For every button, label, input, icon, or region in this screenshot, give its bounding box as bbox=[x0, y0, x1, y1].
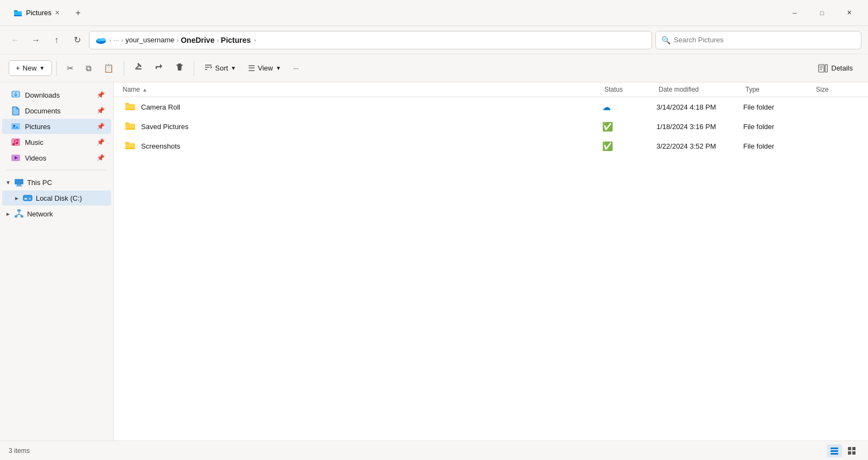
svg-point-2 bbox=[100, 38, 106, 41]
svg-rect-28 bbox=[15, 215, 17, 218]
sidebar-videos-pin: 📌 bbox=[97, 154, 105, 162]
tab[interactable]: Pictures ✕ bbox=[7, 5, 66, 21]
main-layout: Downloads 📌 Documents 📌 Pictures 📌 Music… bbox=[0, 82, 868, 440]
search-box[interactable]: 🔍 bbox=[655, 31, 861, 49]
sidebar-item-downloads[interactable]: Downloads 📌 bbox=[2, 87, 111, 103]
sort-dropdown-arrow: ▼ bbox=[231, 65, 236, 71]
sidebar-local-disk[interactable]: ► Local Disk (C:) bbox=[2, 190, 111, 206]
copy-button[interactable]: ⧉ bbox=[80, 60, 97, 76]
paste-icon: 📋 bbox=[104, 63, 114, 73]
toolbar: + New ▼ ✂ ⧉ 📋 Sort ▼ ☰ View bbox=[0, 54, 868, 82]
sort-button[interactable]: Sort ▼ bbox=[199, 60, 242, 76]
svg-rect-25 bbox=[24, 198, 27, 200]
file-row-saved-pictures[interactable]: Saved Pictures ✅ 1/18/2024 3:16 PM File … bbox=[116, 117, 866, 136]
close-button[interactable]: ✕ bbox=[837, 4, 861, 22]
column-size[interactable]: Size bbox=[816, 86, 859, 93]
sidebar-network[interactable]: ► Network bbox=[0, 206, 113, 221]
breadcrumb-sep-4: › bbox=[216, 37, 219, 43]
rename-button[interactable] bbox=[129, 60, 148, 76]
file-row-camera-roll[interactable]: Camera Roll ☁ 3/14/2024 4:18 PM File fol… bbox=[116, 98, 866, 117]
maximize-button[interactable]: □ bbox=[809, 4, 834, 22]
sidebar-downloads-pin: 📌 bbox=[97, 91, 105, 99]
svg-rect-38 bbox=[848, 451, 851, 455]
list-view-button[interactable] bbox=[827, 444, 842, 457]
sidebar-item-videos[interactable]: Videos 📌 bbox=[2, 150, 111, 165]
refresh-button[interactable]: ↻ bbox=[68, 31, 86, 49]
svg-rect-3 bbox=[135, 68, 142, 69]
paste-button[interactable]: 📋 bbox=[98, 60, 119, 76]
grid-view-button[interactable] bbox=[844, 444, 859, 457]
sidebar-documents-label: Documents bbox=[25, 107, 92, 115]
new-label: New bbox=[23, 64, 37, 72]
minimize-button[interactable]: ─ bbox=[782, 4, 807, 22]
file-type-saved-pictures: File folder bbox=[743, 123, 814, 131]
file-date-camera-roll: 3/14/2024 4:18 PM bbox=[656, 103, 743, 111]
file-name-saved-pictures: Saved Pictures bbox=[125, 120, 602, 133]
address-bar[interactable]: › ··· › your_username › OneDrive › Pictu… bbox=[89, 31, 652, 49]
sidebar-pictures-pin: 📌 bbox=[97, 123, 105, 130]
sidebar-divider bbox=[7, 170, 107, 170]
sidebar-music-label: Music bbox=[25, 138, 92, 146]
details-label: Details bbox=[831, 64, 853, 72]
svg-rect-7 bbox=[825, 65, 827, 72]
local-disk-expand-arrow: ► bbox=[14, 195, 20, 201]
svg-point-26 bbox=[29, 198, 30, 200]
svg-rect-13 bbox=[11, 123, 20, 130]
cut-button[interactable]: ✂ bbox=[61, 60, 79, 76]
file-row-screenshots[interactable]: Screenshots ✅ 3/22/2024 3:52 PM File fol… bbox=[116, 137, 866, 156]
breadcrumb-ellipsis[interactable]: ··· bbox=[113, 36, 119, 44]
delete-button[interactable] bbox=[170, 60, 189, 76]
column-date-label: Date modified bbox=[659, 86, 699, 93]
view-label: View bbox=[258, 64, 273, 72]
sort-arrow-name: ▲ bbox=[142, 87, 148, 93]
svg-rect-37 bbox=[852, 447, 856, 450]
cut-icon: ✂ bbox=[67, 63, 74, 73]
svg-rect-5 bbox=[176, 65, 183, 66]
sidebar-item-documents[interactable]: Documents 📌 bbox=[2, 103, 111, 118]
svg-rect-20 bbox=[15, 179, 23, 184]
more-icon: ··· bbox=[293, 64, 299, 72]
sidebar-item-pictures[interactable]: Pictures 📌 bbox=[2, 119, 111, 134]
music-icon bbox=[11, 137, 21, 147]
sidebar-this-pc[interactable]: ▼ This PC bbox=[0, 175, 113, 190]
column-status[interactable]: Status bbox=[604, 86, 659, 93]
svg-rect-33 bbox=[831, 448, 838, 449]
toolbar-separator-1 bbox=[56, 61, 57, 76]
svg-rect-6 bbox=[819, 65, 824, 72]
details-button[interactable]: Details bbox=[812, 60, 859, 76]
view-button[interactable]: ☰ View ▼ bbox=[242, 60, 286, 76]
new-dropdown-arrow: ▼ bbox=[40, 65, 45, 71]
new-button[interactable]: + New ▼ bbox=[9, 60, 52, 76]
column-date[interactable]: Date modified bbox=[659, 86, 745, 93]
up-button[interactable]: ↑ bbox=[48, 31, 65, 49]
column-status-label: Status bbox=[604, 86, 623, 93]
sidebar-videos-label: Videos bbox=[25, 154, 92, 162]
column-name[interactable]: Name ▲ bbox=[123, 86, 604, 93]
forward-button[interactable]: → bbox=[27, 31, 44, 49]
file-name-label-screenshots: Screenshots bbox=[141, 142, 180, 150]
share-button[interactable] bbox=[149, 60, 169, 76]
search-input[interactable] bbox=[674, 36, 856, 44]
toolbar-separator-2 bbox=[124, 61, 124, 76]
svg-line-31 bbox=[16, 214, 19, 215]
breadcrumb-onedrive[interactable]: OneDrive bbox=[181, 36, 214, 44]
svg-rect-36 bbox=[848, 447, 851, 450]
more-button[interactable]: ··· bbox=[288, 61, 304, 75]
svg-rect-29 bbox=[21, 215, 23, 218]
svg-rect-23 bbox=[23, 195, 32, 201]
copy-icon: ⧉ bbox=[86, 63, 92, 73]
svg-rect-39 bbox=[852, 451, 856, 455]
downloads-icon bbox=[11, 90, 21, 100]
back-button[interactable]: ← bbox=[7, 31, 24, 49]
details-icon bbox=[818, 63, 828, 73]
svg-rect-35 bbox=[831, 453, 838, 455]
new-tab-button[interactable]: + bbox=[71, 5, 86, 21]
tab-close-button[interactable]: ✕ bbox=[55, 9, 60, 16]
folder-icon-camera-roll bbox=[125, 101, 136, 113]
sidebar-documents-pin: 📌 bbox=[97, 107, 105, 114]
file-type-screenshots: File folder bbox=[743, 142, 814, 150]
breadcrumb-pictures[interactable]: Pictures bbox=[221, 36, 251, 44]
breadcrumb-username[interactable]: your_username bbox=[125, 36, 174, 44]
sidebar-item-music[interactable]: Music 📌 bbox=[2, 135, 111, 150]
column-type[interactable]: Type bbox=[745, 86, 816, 93]
